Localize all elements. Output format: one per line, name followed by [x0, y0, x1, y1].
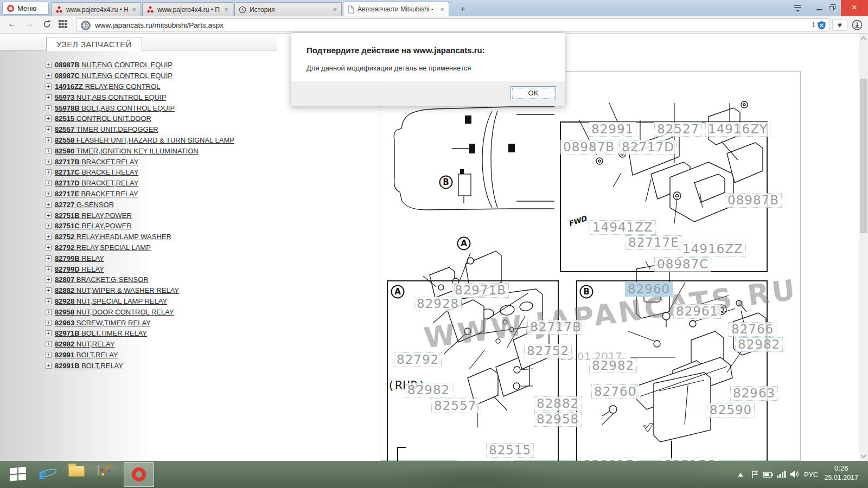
browser-tab-2[interactable]: История× — [234, 2, 342, 16]
part-link[interactable]: 82751B RELAY,POWER — [55, 211, 132, 220]
part-link[interactable]: 82717D BRACKET,RELAY — [55, 179, 138, 187]
language-indicator[interactable]: РУС — [804, 471, 818, 479]
part-link[interactable]: 55973 NUT,ABS CONTROL EQUIP — [55, 93, 166, 101]
part-link[interactable]: 82717C BRACKET,RELAY — [55, 168, 138, 176]
expand-plus-icon[interactable] — [46, 245, 52, 251]
part-link[interactable]: 82590 TIMER,IGNITION KEY ILLUMINATION — [55, 147, 199, 155]
ok-button[interactable]: OK — [510, 86, 556, 100]
part-callout-82982[interactable]: 82982 — [589, 358, 637, 373]
tab-close-icon[interactable]: × — [224, 6, 229, 13]
part-link[interactable]: 82958 NUT,DOOR CONTROL RELAY — [55, 308, 174, 316]
page-scrollbar[interactable] — [859, 34, 868, 461]
part-link[interactable]: 55978B BOLT,ABS CONTROL EQUIP — [55, 104, 175, 112]
network-signal-icon[interactable] — [777, 470, 787, 478]
expand-plus-icon[interactable] — [46, 363, 52, 369]
part-callout-82557[interactable]: 82557 — [431, 399, 479, 413]
part-link[interactable]: 82971B BOLT,TIMER RELAY — [55, 329, 147, 337]
action-center-flag-icon[interactable] — [751, 470, 760, 479]
part-callout-82963[interactable]: 82963 — [730, 386, 778, 401]
expand-plus-icon[interactable] — [46, 341, 52, 347]
part-callout-82752[interactable]: 82752 — [524, 344, 572, 358]
start-button[interactable] — [10, 466, 27, 483]
taskbar-opera-active[interactable] — [124, 462, 154, 487]
tab-close-icon[interactable]: × — [131, 6, 137, 13]
expand-plus-icon[interactable] — [46, 223, 52, 229]
part-link[interactable]: 82799B RELAY — [55, 254, 104, 262]
part-link[interactable]: 08987C NUT,ENG CONTROL EQUIP — [55, 72, 173, 80]
part-callout-82760[interactable]: 82760 — [591, 384, 639, 399]
part-callout-82792[interactable]: 82792 — [394, 352, 442, 367]
part-callout-82958[interactable]: 82958 — [534, 412, 582, 427]
part-callout-14916ZZ[interactable]: 14916ZZ — [680, 242, 746, 256]
battery-icon[interactable] — [763, 471, 774, 478]
expand-plus-icon[interactable] — [46, 62, 52, 68]
part-link[interactable]: 82557 TIMER UNIT,DEFOGGER — [55, 125, 158, 133]
part-link[interactable]: 14916ZZ RELAY,ENG CONTROL — [55, 82, 161, 91]
expand-plus-icon[interactable] — [46, 105, 52, 111]
new-tab-button[interactable]: + — [456, 3, 470, 15]
part-callout-82982[interactable]: 82982 — [735, 337, 783, 352]
part-link[interactable]: 82515 CONTROL UNIT,DOOR — [55, 114, 151, 123]
browser-tab-0[interactable]: www.pajero4x4.ru • Новые× — [51, 2, 141, 16]
part-callout-82928[interactable]: 82928 — [414, 297, 462, 311]
part-callout-82527[interactable]: 82527 — [654, 122, 702, 137]
expand-plus-icon[interactable] — [46, 169, 52, 175]
expand-plus-icon[interactable] — [46, 137, 52, 143]
scroll-up-button[interactable] — [859, 34, 868, 43]
part-callout-82982[interactable]: 82982 — [405, 383, 452, 397]
expand-plus-icon[interactable] — [46, 148, 52, 154]
site-badge-icon[interactable] — [80, 20, 91, 31]
part-link[interactable]: 82882 NUT,WIPER & WASHER RELAY — [55, 286, 179, 294]
part-callout-82590[interactable]: 82590 — [707, 403, 755, 418]
expand-plus-icon[interactable] — [46, 159, 52, 165]
section-tab-parts-node[interactable]: УЗЕЛ ЗАПЧАСТЕЙ — [46, 37, 142, 51]
expand-plus-icon[interactable] — [46, 202, 52, 208]
part-link[interactable]: 82963 SCREW,TIMER RELAY — [55, 319, 151, 327]
taskbar-paint-icon[interactable] — [98, 466, 115, 483]
url-text[interactable]: www.japancats.ru/mitsubishi/Parts.aspx — [95, 21, 224, 29]
part-link[interactable]: 82751C RELAY,POWER — [55, 222, 132, 230]
forward-button[interactable]: → — [25, 18, 34, 29]
part-callout-82515[interactable]: 82515 — [486, 443, 534, 458]
part-callout-08987C[interactable]: 08987C — [654, 257, 711, 272]
expand-plus-icon[interactable] — [46, 180, 52, 186]
tray-expand-icon[interactable] — [738, 473, 743, 477]
tab-menu-icon[interactable] — [793, 4, 803, 12]
expand-plus-icon[interactable] — [46, 94, 52, 100]
part-callout-82766[interactable]: 82766 — [729, 322, 776, 337]
part-callout-82717E[interactable]: 82717E — [626, 235, 682, 250]
taskbar-ie-icon[interactable]: e — [39, 466, 56, 483]
expand-plus-icon[interactable] — [46, 84, 52, 89]
part-link[interactable]: 82807 BRACKET,G-SENSOR — [55, 275, 149, 284]
expand-plus-icon[interactable] — [46, 309, 52, 315]
taskbar-explorer-icon[interactable] — [68, 466, 86, 483]
tab-close-icon[interactable]: × — [439, 6, 445, 13]
minimize-button[interactable] — [814, 3, 825, 13]
reload-button[interactable] — [42, 20, 52, 29]
taskbar-clock[interactable]: 0:26 25.01.2017 — [824, 464, 858, 481]
part-link[interactable]: 82727 G-SENSOR — [55, 201, 114, 209]
part-link[interactable]: 82717E BRACKET,RELAY — [55, 190, 138, 198]
expand-plus-icon[interactable] — [46, 287, 52, 293]
expand-plus-icon[interactable] — [46, 213, 52, 219]
part-link[interactable]: 82982 NUT,RELAY — [55, 340, 114, 348]
part-link[interactable]: 82991B BOLT,RELAY — [55, 362, 123, 370]
browser-tab-3[interactable]: Автозапчасти Mitsubishi -× — [343, 2, 449, 16]
part-callout-08987B[interactable]: 08987B — [560, 140, 617, 155]
volume-icon[interactable] — [790, 470, 800, 478]
part-callout-82991[interactable]: 82991 — [589, 122, 636, 137]
expand-plus-icon[interactable] — [46, 266, 52, 272]
shield-icon[interactable] — [817, 21, 826, 30]
back-button[interactable]: ← — [8, 18, 17, 29]
part-callout-82961[interactable]: 82961 — [673, 304, 721, 319]
part-link[interactable]: 82799D RELAY — [55, 265, 104, 273]
expand-plus-icon[interactable] — [46, 352, 52, 358]
bookmark-heart-icon[interactable]: ♥ — [832, 19, 847, 31]
restore-button[interactable] — [829, 4, 835, 10]
expand-plus-icon[interactable] — [46, 126, 52, 132]
part-link[interactable]: 08987B NUT,ENG CONTROL EQUIP — [55, 61, 173, 69]
part-callout-82960[interactable]: 82960 — [625, 282, 673, 297]
part-callout-08987B[interactable]: 08987B — [725, 193, 782, 208]
url-field[interactable]: www.japancats.ru/mitsubishi/Parts.aspx 1 — [76, 18, 830, 31]
opera-menu-button[interactable]: Меню — [2, 2, 49, 15]
